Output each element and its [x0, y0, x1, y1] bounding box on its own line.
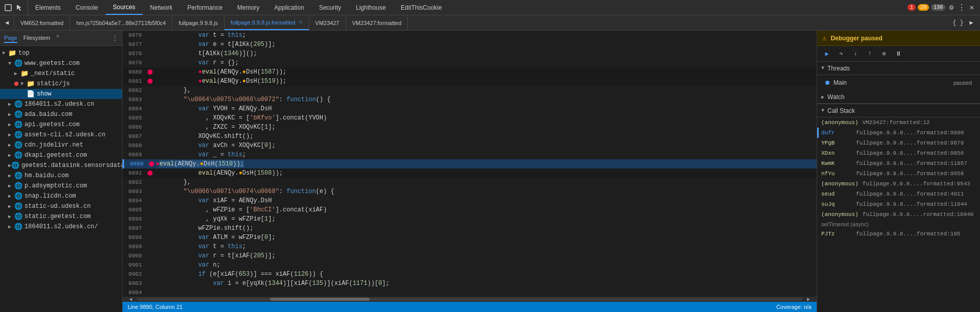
- code-line-9888: 9888 var avCh = XOQvKC[0];: [122, 141, 817, 150]
- nav-tab-memory[interactable]: Memory: [230, 0, 267, 15]
- sidebar-header: Page Filesystem » ⋮: [0, 31, 122, 46]
- threads-title: Threads: [827, 65, 850, 72]
- tree-item-api-geetest[interactable]: ▶ 🌐 api.geetest.com: [0, 119, 122, 130]
- nav-tab-sources[interactable]: Sources: [106, 0, 143, 15]
- close-tab-icon[interactable]: ✕: [299, 19, 303, 25]
- cursor-position: Line 9890, Column 21: [128, 304, 183, 310]
- nav-tab-security[interactable]: Security: [312, 0, 349, 15]
- info-badge: 130: [931, 4, 945, 11]
- sidebar-tab-page[interactable]: Page: [4, 34, 17, 43]
- file-tab-fullpage[interactable]: fullpage.9.9.8.js: [173, 15, 225, 30]
- callstack-item-pjtz[interactable]: PJTz fullpage.9.9.8....formatted:185: [817, 229, 980, 239]
- code-line-9899: 9899 var t = this;: [122, 242, 817, 251]
- close-devtools-icon[interactable]: ✕: [968, 4, 976, 12]
- code-line-9901: 9901 var n;: [122, 260, 817, 270]
- error-badge: 1: [908, 4, 916, 11]
- right-debug-panel: ⚠ Debugger paused ▶ ↷ ↓ ↑ ⊘ ⏸ ▼ Threads …: [817, 31, 980, 312]
- scroll-thumb[interactable]: [270, 298, 370, 301]
- file-tab-vm23427[interactable]: VM23427: [309, 15, 346, 30]
- callstack-section-header[interactable]: ▼ Call Stack: [817, 104, 980, 117]
- tree-item-show[interactable]: 📄 show: [0, 89, 122, 99]
- callstack-item-anon1[interactable]: (anonymous) fullpage.9.9.8....formatted:…: [817, 179, 980, 189]
- callstack-item-seud[interactable]: seud fullpage.9.9.8....formatted:4011: [817, 189, 980, 199]
- format-icon[interactable]: { }: [952, 17, 964, 29]
- threads-section-header[interactable]: ▼ Threads: [817, 62, 980, 75]
- step-into-button[interactable]: ↓: [850, 48, 861, 59]
- tree-item-ada-baidu[interactable]: ▶ 🌐 ada.baidu.com: [0, 109, 122, 119]
- watch-section-header[interactable]: ▶ Watch: [817, 90, 980, 104]
- callstack-item-kwmk[interactable]: KwmK fullpage.9.9.8....formatted:11057: [817, 158, 980, 169]
- scroll-track[interactable]: [137, 298, 802, 301]
- step-out-button[interactable]: ↑: [864, 48, 875, 59]
- tree-item-1864011-s2[interactable]: ▶ 🌐 1864011.s2.udesk.cn: [0, 99, 122, 109]
- tree-item-www-geetest[interactable]: ▼ 🌐 www.geetest.com: [0, 58, 122, 68]
- tree-item-hm-baidu[interactable]: ▶ 🌐 hm.baidu.com: [0, 171, 122, 181]
- thread-item-main[interactable]: Main paused: [817, 77, 980, 88]
- tree-item-snap-licdn[interactable]: ▶ 🌐 snap.licdn.com: [0, 191, 122, 201]
- callstack-item-dufr[interactable]: dufr fullpage.9.9.8....formatted:9890: [817, 128, 980, 138]
- file-tab-hm[interactable]: hm.js?25b04a5e7...88e2711fb5f0c4: [70, 15, 173, 30]
- svg-marker-1: [17, 5, 21, 11]
- file-tab-vm652[interactable]: VM652:formatted: [14, 15, 70, 30]
- sidebar-tab-filesystem[interactable]: Filesystem: [23, 34, 51, 43]
- nav-tab-performance[interactable]: Performance: [180, 0, 230, 15]
- file-tab-fullpage-formatted[interactable]: fullpage.9.9.8.js:formatted ✕: [225, 15, 309, 30]
- back-icon[interactable]: ◀: [0, 15, 14, 31]
- settings-icon[interactable]: ⚙: [947, 4, 955, 12]
- threads-list: Main paused: [817, 75, 980, 90]
- pause-exceptions-button[interactable]: ⏸: [893, 48, 904, 59]
- debugger-status: Debugger paused: [830, 35, 882, 42]
- code-line-9898: 9898 var ATLM = wFZPie[0];: [122, 233, 817, 242]
- sidebar-menu-icon[interactable]: ⋮: [112, 34, 118, 42]
- tree-item-next-static[interactable]: ▶ 📁 _next/static: [0, 68, 122, 79]
- file-tab-vm23427-formatted[interactable]: VM23427:formatted: [346, 15, 408, 30]
- devtools-icons: [0, 0, 28, 15]
- warning-badge: 20: [918, 4, 929, 11]
- toggle-icon[interactable]: ▶: [966, 17, 977, 29]
- code-view[interactable]: 9876 var t = this; 9877 var e = t[A1Kk(2…: [122, 31, 817, 297]
- step-over-button[interactable]: ↷: [836, 48, 847, 59]
- tree-item-assets-cli[interactable]: ▶ 🌐 assets-cli.s2.udesk.cn: [0, 130, 122, 140]
- tree-item-top[interactable]: ▼ 📁 top: [0, 48, 122, 58]
- nav-tab-network[interactable]: Network: [143, 0, 180, 15]
- tree-item-p-adsymptotic[interactable]: ▶ 🌐 p.adsymptotic.com: [0, 181, 122, 191]
- editor-right-icons: { } ▶: [949, 17, 980, 29]
- deactivate-breakpoints-button[interactable]: ⊘: [878, 48, 890, 59]
- more-tabs-icon[interactable]: »: [56, 34, 59, 43]
- nav-tab-application[interactable]: Application: [267, 0, 312, 15]
- nav-tab-console[interactable]: Console: [68, 0, 106, 15]
- code-line-9882: 9882 },: [122, 86, 817, 95]
- code-line-9890: 9890 ●eval(AENQy.●DsH(1510));: [122, 159, 817, 169]
- code-line-9878: 9878 t[A1Kk(1346)]();: [122, 49, 817, 58]
- code-line-9887: 9887 XOQvKC.shift();: [122, 132, 817, 141]
- tree-item-static-geetest[interactable]: ▶ 🌐 static.geetest.com: [0, 211, 122, 222]
- horizontal-scrollbar[interactable]: ◀ ▶: [122, 297, 817, 302]
- tree-item-geetest-datasink[interactable]: ▶ 🌐 geetest.datasink.sensorsdata.cn: [0, 160, 122, 171]
- tree-item-1864011-s2-slash[interactable]: ▶ 🌐 1864011.s2.udesk.cn/: [0, 222, 122, 232]
- code-line-9891: 9891 eval(AENQy.●DsH(1508));: [122, 169, 817, 178]
- threads-arrow-icon: ▼: [821, 65, 824, 71]
- callstack-item-0[interactable]: (anonymous) VM23427:formatted:12: [817, 117, 980, 128]
- code-line-9876: 9876 var t = this;: [122, 31, 817, 40]
- tree-item-static-ud[interactable]: ▶ 🌐 static-ud.udesk.cn: [0, 201, 122, 211]
- code-line-9896: 9896 , yqXk = wFZPie[1];: [122, 214, 817, 224]
- callstack-item-xdxn[interactable]: XDxn fullpage.9.9.8....formatted:9856: [817, 148, 980, 158]
- callstack-item-nfyu[interactable]: nfYu fullpage.9.9.8....formatted:9658: [817, 169, 980, 179]
- callstack-item-anon2[interactable]: (anonymous) fullpage.9.9.8....rormatted:…: [817, 209, 980, 220]
- sidebar-tree: ▼ 📁 top ▼ 🌐 www.geetest.com ▶ 📁 _next/st…: [0, 46, 122, 312]
- nav-tab-editthiscookie[interactable]: EditThisCookie: [394, 0, 450, 15]
- nav-tab-lighthouse[interactable]: Lighthouse: [349, 0, 394, 15]
- sidebar: Page Filesystem » ⋮ ▼ 📁 top ▼ 🌐 www.geet…: [0, 31, 122, 312]
- inspect-icon[interactable]: [4, 4, 12, 12]
- more-icon[interactable]: ⋮: [958, 4, 966, 12]
- nav-tab-elements[interactable]: Elements: [28, 0, 68, 15]
- callstack-item-ypgb[interactable]: YPgB fullpage.9.9.8....formatted:9878: [817, 138, 980, 148]
- tree-item-dkapi-geetest[interactable]: ▶ 🌐 dkapi.geetest.com: [0, 150, 122, 160]
- callstack-list: (anonymous) VM23427:formatted:12 dufr fu…: [817, 117, 980, 312]
- resume-button[interactable]: ▶: [821, 48, 832, 59]
- top-nav-bar: Elements Console Sources Network Perform…: [0, 0, 980, 15]
- cursor-icon[interactable]: [15, 4, 23, 12]
- callstack-item-sujq[interactable]: suJq fullpage.9.9.8....formatted:11044: [817, 199, 980, 209]
- tree-item-cdn-jsdelivr[interactable]: ▶ 🌐 cdn.jsdelivr.net: [0, 140, 122, 150]
- tree-item-static-js[interactable]: ▼ 📁 static/js: [0, 79, 122, 89]
